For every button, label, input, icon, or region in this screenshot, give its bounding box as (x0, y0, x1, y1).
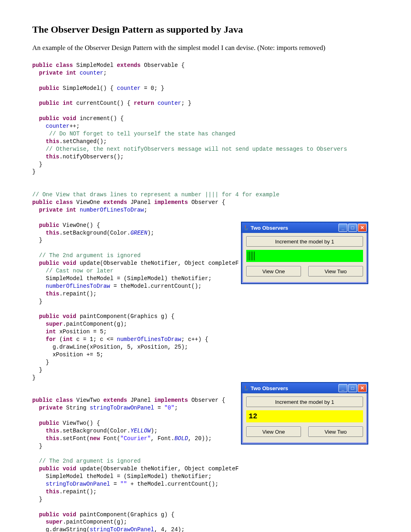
maximize-icon[interactable]: □ (348, 384, 357, 392)
client-area: Increment the model by 1 12 View One Vie… (242, 393, 367, 444)
view-one-button[interactable]: View One (246, 266, 301, 276)
view-two-button[interactable]: View Two (308, 266, 363, 276)
close-icon[interactable]: ✕ (358, 384, 367, 392)
close-icon[interactable]: ✕ (358, 224, 367, 232)
observers-window-1: Two Observers _ □ ✕ Increment the model … (241, 222, 368, 284)
increment-button[interactable]: Increment the model by 1 (246, 397, 363, 407)
view-two-panel: 12 (246, 410, 363, 422)
minimize-icon[interactable]: _ (338, 384, 347, 392)
view-two-button[interactable]: View Two (308, 426, 363, 437)
view-one-button[interactable]: View One (246, 426, 301, 437)
window-controls: _ □ ✕ (338, 384, 367, 392)
titlebar[interactable]: Two Observers _ □ ✕ (242, 383, 367, 393)
view-one-panel (246, 250, 363, 262)
code-block: public class SimpleModel extends Observa… (32, 62, 379, 532)
client-area: Increment the model by 1 View One View T… (242, 233, 367, 283)
maximize-icon[interactable]: □ (348, 224, 357, 232)
page-title: The Observer Design Pattern as supported… (32, 24, 379, 35)
java-icon (243, 225, 249, 231)
titlebar[interactable]: Two Observers _ □ ✕ (242, 222, 367, 233)
document-page: The Observer Design Pattern as supported… (0, 0, 411, 532)
window-title: Two Observers (251, 225, 337, 231)
counter-value: 12 (249, 412, 257, 420)
increment-button[interactable]: Increment the model by 1 (246, 236, 363, 247)
tally-lines (246, 250, 363, 260)
window-controls: _ □ ✕ (338, 224, 367, 232)
minimize-icon[interactable]: _ (338, 224, 347, 232)
java-icon (243, 385, 249, 391)
window-title: Two Observers (251, 385, 337, 391)
observers-window-2: Two Observers _ □ ✕ Increment the model … (241, 382, 368, 445)
intro-paragraph: An example of the Observer Design Patter… (32, 44, 379, 52)
